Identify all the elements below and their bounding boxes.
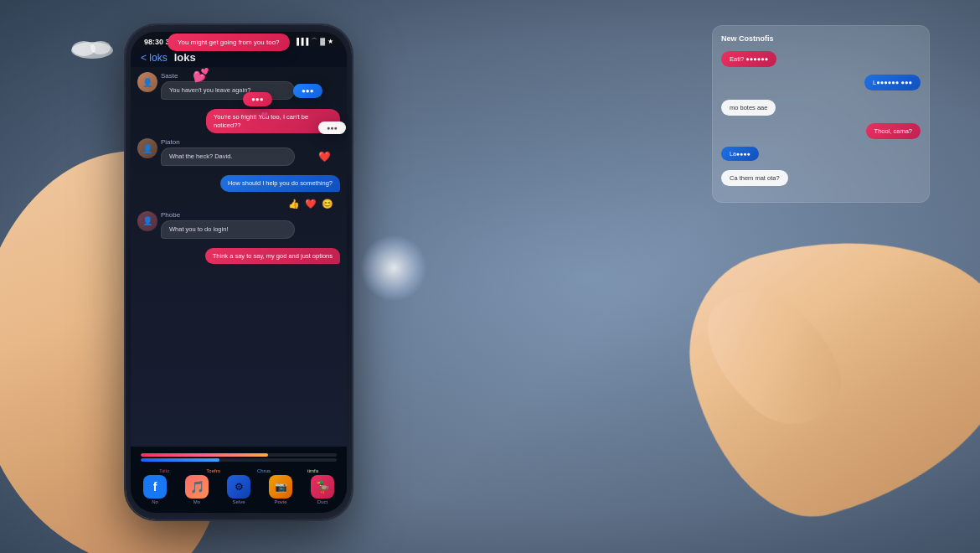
bubble-sent-2: Think a say to say, my god and just opti… — [205, 248, 340, 265]
floating-bubble-dots-2: ●●● — [243, 92, 272, 106]
chat-content-piaton: Piaton What the heck? David. — [161, 138, 340, 168]
progress-fill-1 — [141, 453, 268, 457]
duck-icon[interactable]: 🦆 — [311, 475, 334, 499]
progress-fill-2 — [141, 458, 219, 462]
right-bubble-2: How should I help you do something? — [137, 175, 340, 194]
reaction-row: 👍 ❤️ 😊 — [137, 197, 340, 211]
chat-person-phobe: 👤 Phobe What you to do login! — [137, 211, 340, 241]
star-icon: ★ — [328, 38, 333, 45]
bubble-blue-1: How should I help you do something? — [220, 175, 340, 192]
cloud-bubble-5: La●●●● — [721, 147, 759, 161]
right-finger — [684, 267, 862, 445]
header-title: loks — [174, 51, 196, 64]
bubble-phobe-1: What you to do login! — [161, 220, 295, 239]
app-icon-wrap-photos: 📷 Povie — [269, 475, 292, 504]
person-name-piaton: Piaton — [161, 138, 340, 146]
person-name-saste: Saste — [161, 72, 340, 80]
battery-icon: ▓ — [320, 38, 325, 45]
cloud-row-5: La●●●● — [721, 147, 921, 165]
app-label-duck: Duct — [317, 499, 328, 504]
floating-bubble-dots-3: ●●● — [318, 121, 346, 134]
app-icon-wrap-fb: f No — [143, 475, 167, 504]
cloud-bubble-6: Ca them mat ota? — [721, 170, 788, 186]
chat-cloud: New Costnofis Eati? ●●●●●● L●●●●●● ●●● m… — [712, 25, 930, 203]
cloud-row-3: mo botes aae — [721, 98, 921, 120]
photos-icon[interactable]: 📷 — [269, 475, 292, 499]
right-bubble-3: Think a say to say, my god and just opti… — [137, 248, 340, 267]
cloud-bubble-3: mo botes aae — [721, 100, 776, 116]
progress-bar-1 — [141, 453, 337, 457]
cloud-bubble-4: Thool, cama? — [866, 123, 921, 139]
music-icon[interactable]: 🎵 — [185, 475, 209, 499]
app-label-selve: Selve — [232, 499, 245, 504]
app-label-povie: Povie — [274, 499, 286, 504]
cloud-bubble-2: L●●●●●● ●●● — [864, 75, 921, 90]
back-button[interactable]: < loks — [141, 52, 168, 64]
chat-person-piaton: 👤 Piaton What the heck? David. — [137, 138, 340, 168]
smile-icon[interactable]: 😊 — [322, 199, 333, 209]
status-right-icons: ▐▐▐ ⌒ ▓ ★ — [294, 37, 333, 46]
person-name-phobe: Phobe — [161, 211, 340, 219]
cloud-row-1: Eati? ●●●●●● — [721, 49, 921, 71]
right-bubble-1: You're so fright! You too, I can't be no… — [137, 109, 340, 137]
phone-screen: 98:30 325 3:21 ▐▐▐ ⌒ ▓ ★ < loks loks 👤 — [131, 32, 347, 513]
wifi-icon: ⌒ — [311, 37, 317, 46]
heart-react-icon[interactable]: ❤️ — [305, 199, 317, 209]
app-icon-wrap-music: 🎵 Mo — [185, 475, 209, 504]
app-label-music: Mo — [193, 499, 200, 504]
chat-area[interactable]: 👤 Saste You haven't you leave again? You… — [131, 67, 347, 397]
app-label-fb: No — [152, 499, 158, 504]
tab-timfa[interactable]: timfa — [307, 468, 318, 473]
bottom-bar: Talio Toefro Chrus timfa f No 🎵 Mo — [131, 447, 347, 513]
bubble-piaton-1: What the heck? David. — [161, 147, 295, 166]
chat-content-phobe: Phobe What you to do login! — [161, 211, 340, 241]
app-icons-row: f No 🎵 Mo ⚙ Selve 📷 Povie — [134, 475, 343, 504]
svg-point-2 — [90, 41, 111, 54]
app-icon-wrap-duck: 🦆 Duct — [311, 475, 334, 504]
cloud-row-2: L●●●●●● ●●● — [721, 75, 921, 95]
avatar-phobe: 👤 — [137, 211, 157, 231]
tab-talio[interactable]: Talio — [159, 468, 169, 473]
like-icon[interactable]: 👍 — [288, 199, 300, 209]
avatar-saste: 👤 — [137, 72, 157, 92]
tab-chrus[interactable]: Chrus — [257, 468, 271, 473]
facebook-icon[interactable]: f — [143, 475, 167, 499]
chat-cloud-title: New Costnofis — [721, 34, 921, 43]
app-icon-wrap-games: ⚙ Selve — [227, 475, 250, 504]
avatar-piaton: 👤 — [137, 138, 157, 158]
heart-decoration-1: 💕 — [193, 67, 209, 83]
bubble-saste-1: You haven't you leave again? — [161, 81, 295, 100]
heart-decoration-2: ❤️ — [318, 151, 331, 163]
progress-area — [134, 452, 343, 465]
floating-bubble-dots-1: ●●● — [293, 84, 322, 98]
floating-bubble-1: You might get going from you too? — [168, 34, 290, 51]
main-scene: 💕 ❤️ 💗 You might get going from you too?… — [0, 0, 980, 553]
heart-decoration-3: 💗 — [260, 109, 270, 118]
cloud-bubble-1: Eati? ●●●●●● — [721, 51, 776, 67]
progress-bar-2 — [141, 458, 337, 462]
games-icon[interactable]: ⚙ — [227, 475, 250, 499]
cloud-decoration — [67, 34, 117, 62]
tab-labels: Talio Toefro Chrus timfa — [134, 467, 343, 475]
tab-toefro[interactable]: Toefro — [206, 468, 220, 473]
signal-icon: ▐▐▐ — [294, 38, 308, 45]
cloud-row-4: Thool, cama? — [721, 123, 921, 143]
phone: 98:30 325 3:21 ▐▐▐ ⌒ ▓ ★ < loks loks 👤 — [126, 25, 352, 519]
cloud-row-6: Ca them mat ota? — [721, 168, 921, 190]
